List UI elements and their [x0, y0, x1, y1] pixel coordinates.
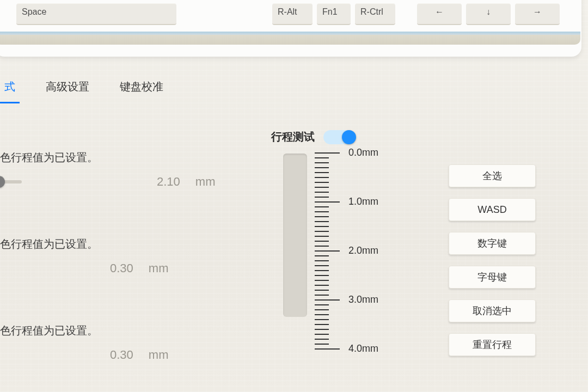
toggle-knob	[342, 130, 356, 144]
settings-tabs: 式 高级设置 键盘校准	[0, 76, 168, 103]
travel-value-2: 0.30	[110, 261, 133, 275]
scale-label: 4.0mm	[348, 343, 378, 354]
travel-test-header: 行程测试	[271, 130, 355, 144]
select-alpha-keys-button[interactable]: 字母键	[449, 266, 536, 289]
travel-group-1: 色行程值为已设置。 2.10 mm	[0, 150, 240, 189]
select-number-keys-button[interactable]: 数字键	[449, 232, 536, 255]
keyboard-bottom-row: Space R-Alt Fn1 R-Ctrl ← ↓ →	[16, 3, 560, 25]
scale-label: 1.0mm	[348, 196, 378, 207]
travel-value-3: 0.30	[110, 348, 133, 362]
button-label: 数字键	[477, 237, 507, 250]
scale-label: 0.0mm	[348, 147, 378, 158]
button-label: 全选	[482, 169, 502, 182]
tab-calibrate[interactable]: 键盘校准	[115, 76, 168, 103]
select-all-button[interactable]: 全选	[449, 164, 536, 187]
scale-label: 2.0mm	[348, 245, 378, 256]
key-space[interactable]: Space	[16, 3, 176, 25]
travel-label-2: 色行程值为已设置。	[0, 237, 240, 252]
travel-ruler: 0.0mm 1.0mm 2.0mm 3.0mm 4.0mm	[283, 152, 403, 359]
key-label: Space	[22, 7, 46, 17]
tab-label: 键盘校准	[120, 81, 163, 93]
key-arrow-down[interactable]: ↓	[466, 3, 511, 25]
key-fn1[interactable]: Fn1	[317, 3, 351, 25]
travel-test-label: 行程测试	[271, 130, 315, 144]
scale-label: 3.0mm	[348, 294, 378, 305]
travel-group-2: 色行程值为已设置。 0.30 mm	[0, 237, 240, 275]
key-label: Fn1	[322, 7, 338, 17]
key-arrow-left[interactable]: ←	[417, 3, 462, 25]
travel-settings: 色行程值为已设置。 2.10 mm 色行程值为已设置。 0.30 mm 色行程值…	[0, 150, 240, 392]
tab-advanced[interactable]: 高级设置	[41, 76, 94, 103]
keyboard-base	[0, 32, 580, 45]
reset-travel-button[interactable]: 重置行程	[449, 333, 536, 356]
button-label: 字母键	[477, 271, 507, 284]
key-press-visual	[283, 154, 307, 317]
travel-unit-1: mm	[195, 175, 216, 189]
travel-value-1: 2.10	[157, 175, 180, 189]
tab-label: 式	[4, 81, 15, 93]
key-arrow-right[interactable]: →	[515, 3, 560, 25]
key-label: →	[533, 7, 542, 17]
travel-group-3: 色行程值为已设置。 0.30 mm	[0, 323, 240, 362]
travel-label-1: 色行程值为已设置。	[0, 150, 240, 165]
slider-thumb[interactable]	[0, 176, 5, 188]
travel-slider-1[interactable]	[0, 180, 22, 183]
selection-buttons: 全选 WASD 数字键 字母键 取消选中 重置行程	[449, 164, 536, 356]
key-r-ctrl[interactable]: R-Ctrl	[355, 3, 395, 25]
key-label: ←	[435, 7, 444, 17]
deselect-button[interactable]: 取消选中	[449, 299, 536, 322]
button-label: 重置行程	[473, 338, 512, 351]
keyboard-card: Space R-Alt Fn1 R-Ctrl ← ↓ →	[0, 0, 581, 57]
travel-label-3: 色行程值为已设置。	[0, 323, 240, 338]
key-label: R-Ctrl	[360, 7, 383, 17]
key-label: ↓	[486, 7, 491, 17]
travel-test-toggle[interactable]	[323, 130, 355, 144]
tab-label: 高级设置	[46, 81, 89, 93]
tab-mode[interactable]: 式	[0, 76, 20, 103]
travel-unit-3: mm	[149, 348, 169, 362]
button-label: WASD	[477, 204, 506, 216]
travel-unit-2: mm	[149, 261, 169, 275]
key-r-alt[interactable]: R-Alt	[272, 3, 313, 25]
select-wasd-button[interactable]: WASD	[449, 198, 536, 221]
button-label: 取消选中	[473, 304, 512, 317]
key-label: R-Alt	[278, 7, 297, 17]
